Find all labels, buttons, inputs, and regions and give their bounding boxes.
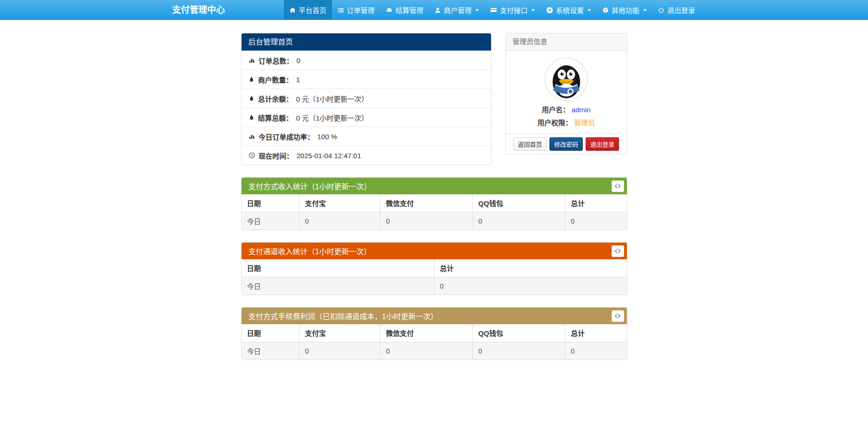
col-header: 日期 [242, 259, 434, 277]
admin-role-line: 用户权限： 管理员 [511, 117, 622, 127]
credit-card-icon [490, 6, 497, 13]
col-header: 微信支付 [380, 194, 472, 212]
col-header: 支付宝 [299, 324, 380, 342]
payment-channel-income-table: 日期 总计 今日 0 [242, 259, 627, 295]
table-row: 今日 0 0 0 0 [242, 342, 627, 359]
fee-profit-section: 支付方式手续费利润（已扣除通道成本，1小时更新一次） 日期 支付宝 微信支付 Q… [241, 307, 627, 360]
droplet-icon [249, 95, 255, 102]
col-header: 总计 [565, 324, 627, 342]
payment-method-income-table: 日期 支付宝 微信支付 QQ钱包 总计 今日 0 0 0 0 [242, 194, 627, 230]
refresh-button[interactable] [612, 310, 624, 322]
list-icon [338, 7, 344, 13]
cell: 0 [299, 212, 380, 230]
user-icon [434, 7, 441, 13]
gear-icon [546, 6, 553, 13]
change-password-button[interactable]: 修改密码 [549, 137, 583, 151]
bar-chart-icon [249, 57, 255, 64]
cell: 今日 [242, 342, 300, 359]
cell: 今日 [242, 212, 300, 230]
refresh-icon [614, 183, 621, 189]
admin-info-panel: 管理员信息 [505, 33, 627, 154]
nav-item-misc[interactable]: 其他功能 [597, 0, 652, 20]
cell: 0 [472, 342, 565, 359]
nav-item-pay-api[interactable]: 支付接口 [485, 0, 541, 20]
table-row: 今日 0 0 0 0 [242, 212, 627, 230]
stat-row-merchant-count: 商户数量： 1 [242, 70, 491, 89]
payment-channel-income-section: 支付通道收入统计（1小时更新一次） 日期 总计 今日 0 [241, 242, 627, 295]
col-header: 支付宝 [299, 194, 380, 212]
cube-icon [602, 7, 609, 13]
col-header: QQ钱包 [472, 194, 565, 212]
fee-profit-table: 日期 支付宝 微信支付 QQ钱包 总计 今日 0 0 0 0 [242, 324, 627, 359]
section-title: 支付通道收入统计（1小时更新一次） [249, 245, 371, 257]
section-title: 支付方式手续费利润（已扣除通道成本，1小时更新一次） [249, 310, 438, 321]
col-header: 总计 [565, 194, 627, 212]
nav-menu: 平台首页 订单管理 结算管理 商户管理 支付接口 [284, 0, 701, 20]
refresh-button[interactable] [612, 180, 624, 192]
refresh-button[interactable] [612, 245, 624, 257]
admin-username-line: 用户名： admin [511, 104, 622, 114]
app-brand[interactable]: 支付管理中心 [167, 0, 230, 20]
stat-row-total-balance: 总计余额： 0 元（1小时更新一次） [242, 89, 491, 108]
table-header-row: 日期 总计 [242, 259, 627, 277]
dashboard-panel: 后台管理首页 订单总数： 0 商户数量： 1 总计余额： 0 元（1小时更新一次… [241, 33, 491, 165]
cell: 0 [434, 277, 627, 295]
payment-method-income-section: 支付方式收入统计（1小时更新一次） 日期 支付宝 微信支付 QQ钱包 总计 今日… [241, 177, 627, 230]
chevron-down-icon [643, 9, 647, 11]
back-home-button[interactable]: 返回首页 [513, 137, 547, 151]
logout-button[interactable]: 退出登录 [586, 137, 619, 151]
admin-panel-footer: 返回首页 修改密码 退出登录 [506, 134, 627, 154]
username-link[interactable]: admin [572, 106, 591, 114]
col-header: 日期 [242, 194, 300, 212]
stat-row-settle-total: 结算总额： 0 元（1小时更新一次） [242, 108, 491, 127]
nav-item-system-settings[interactable]: 系统设置 [541, 0, 597, 20]
stat-row-current-time: 现在时间： 2025-01-04 12:47:01 [242, 146, 491, 165]
chevron-down-icon [531, 9, 535, 11]
cell: 今日 [242, 277, 434, 295]
cell: 0 [565, 342, 627, 359]
power-icon [658, 7, 664, 13]
clock-icon [249, 152, 255, 159]
cell: 0 [380, 342, 472, 359]
droplet-icon [249, 114, 255, 121]
bar-chart-icon [249, 133, 255, 140]
role-link[interactable]: 管理员 [574, 119, 595, 127]
nav-item-home[interactable]: 平台首页 [284, 0, 332, 20]
navbar: 支付管理中心 平台首页 订单管理 结算管理 商户管理 支付接口 [0, 0, 868, 20]
home-icon [289, 7, 296, 13]
droplet-icon [249, 76, 255, 83]
nav-item-settlement[interactable]: 结算管理 [380, 0, 429, 20]
cell: 0 [380, 212, 472, 230]
cell: 0 [565, 212, 627, 230]
col-header: QQ钱包 [472, 324, 565, 342]
avatar [544, 57, 588, 101]
col-header: 总计 [434, 259, 627, 277]
col-header: 日期 [242, 324, 300, 342]
admin-panel-title: 管理员信息 [506, 33, 627, 51]
cell: 0 [472, 212, 565, 230]
col-header: 微信支付 [380, 324, 472, 342]
dashboard-panel-title: 后台管理首页 [242, 33, 491, 51]
table-header-row: 日期 支付宝 微信支付 QQ钱包 总计 [242, 194, 627, 212]
stat-row-success-rate: 今日订单成功率： 100 % [242, 127, 491, 146]
chevron-down-icon [587, 9, 591, 11]
refresh-icon [614, 313, 621, 319]
nav-item-merchants[interactable]: 商户管理 [429, 0, 485, 20]
main-content: 后台管理首页 订单总数： 0 商户数量： 1 总计余额： 0 元（1小时更新一次… [241, 20, 627, 360]
cloud-icon [386, 6, 393, 13]
table-row: 今日 0 [242, 277, 627, 295]
section-title: 支付方式收入统计（1小时更新一次） [249, 180, 371, 192]
stat-row-total-orders: 订单总数： 0 [242, 51, 491, 70]
chevron-down-icon [475, 9, 479, 11]
cell: 0 [299, 342, 380, 359]
table-header-row: 日期 支付宝 微信支付 QQ钱包 总计 [242, 324, 627, 342]
nav-item-logout[interactable]: 退出登录 [652, 0, 701, 20]
nav-item-orders[interactable]: 订单管理 [332, 0, 380, 20]
refresh-icon [614, 248, 621, 254]
